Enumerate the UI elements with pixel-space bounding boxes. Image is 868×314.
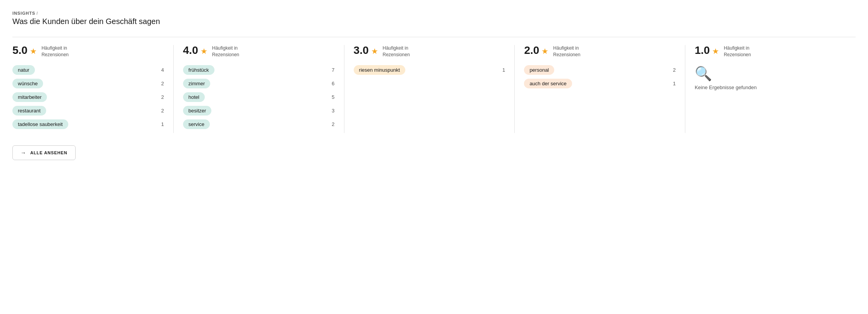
tag-row: frühstück7 (183, 65, 335, 75)
frequency-label: Häufigkeit inRezensionen (724, 45, 751, 58)
rating-column-4.0: 4.0★Häufigkeit inRezensionenfrühstück7zi… (174, 45, 344, 133)
tag-label: mitarbeiter (12, 92, 47, 102)
rating-column-5.0: 5.0★Häufigkeit inRezensionennatur4wünsch… (12, 45, 174, 133)
tag-count: 1 (673, 81, 676, 86)
rating-header: 1.0★Häufigkeit inRezensionen (695, 45, 846, 58)
tag-count: 2 (161, 108, 164, 114)
star-icon: ★ (201, 47, 207, 55)
tag-row: personal2 (524, 65, 676, 75)
rating-number: 4.0 (183, 45, 198, 56)
tag-count: 2 (161, 94, 164, 100)
rating-number: 1.0 (695, 45, 710, 56)
tag-label: wünsche (12, 79, 43, 88)
frequency-label: Häufigkeit inRezensionen (553, 45, 580, 58)
tag-label: zimmer (183, 79, 211, 88)
tag-row: zimmer6 (183, 79, 335, 88)
tag-label: auch der service (524, 79, 572, 88)
arrow-icon: → (21, 150, 26, 156)
tag-row: hotel5 (183, 92, 335, 102)
main-heading: Was die Kunden über dein Geschäft sagen (12, 17, 856, 26)
tag-row: natur4 (12, 65, 164, 75)
frequency-label: Häufigkeit inRezensionen (383, 45, 410, 58)
rating-column-2.0: 2.0★Häufigkeit inRezensionenpersonal2auc… (515, 45, 685, 133)
rating-number: 5.0 (12, 45, 28, 56)
tag-count: 2 (161, 81, 164, 86)
tag-row: service2 (183, 119, 335, 129)
rating-header: 5.0★Häufigkeit inRezensionen (12, 45, 164, 58)
tag-row: tadellose sauberkeit1 (12, 119, 164, 129)
tag-count: 4 (161, 67, 164, 73)
tag-row: wünsche2 (12, 79, 164, 88)
frequency-label: Häufigkeit inRezensionen (41, 45, 69, 58)
tag-count: 2 (673, 67, 676, 73)
star-icon: ★ (30, 47, 37, 55)
star-icon: ★ (541, 47, 548, 55)
tag-row: besitzer3 (183, 106, 335, 116)
tag-row: riesen minuspunkt1 (354, 65, 505, 75)
alle-ansehen-label: ALLE ANSEHEN (30, 150, 67, 155)
tag-label: besitzer (183, 106, 212, 116)
info-icon: i (36, 11, 38, 16)
insights-label: INSIGHTSi (12, 11, 856, 16)
tag-label: personal (524, 65, 554, 75)
tag-row: mitarbeiter2 (12, 92, 164, 102)
tag-label: restaurant (12, 106, 46, 116)
tag-label: riesen minuspunkt (354, 65, 406, 75)
rating-column-3.0: 3.0★Häufigkeit inRezensionenriesen minus… (344, 45, 515, 133)
tag-row: restaurant2 (12, 106, 164, 116)
rating-header: 4.0★Häufigkeit inRezensionen (183, 45, 335, 58)
no-results: 🔍Keine Ergebnisse gefunden (695, 65, 846, 90)
tag-label: hotel (183, 92, 205, 102)
no-results-text: Keine Ergebnisse gefunden (695, 85, 757, 90)
insights-section: INSIGHTSi Was die Kunden über dein Gesch… (12, 11, 856, 160)
star-icon: ★ (371, 47, 378, 55)
tag-count: 2 (332, 121, 334, 127)
rating-number: 3.0 (354, 45, 369, 56)
tag-label: tadellose sauberkeit (12, 119, 68, 129)
columns-container: 5.0★Häufigkeit inRezensionennatur4wünsch… (12, 37, 856, 133)
rating-header: 2.0★Häufigkeit inRezensionen (524, 45, 676, 58)
rating-column-1.0: 1.0★Häufigkeit inRezensionen🔍Keine Ergeb… (685, 45, 856, 133)
alle-ansehen-button[interactable]: → ALLE ANSEHEN (12, 145, 76, 160)
tag-count: 5 (332, 94, 334, 100)
tag-label: natur (12, 65, 35, 75)
tag-count: 6 (332, 81, 334, 86)
tag-row: auch der service1 (524, 79, 676, 88)
rating-number: 2.0 (524, 45, 539, 56)
tag-count: 1 (161, 121, 164, 127)
tag-count: 1 (502, 67, 505, 73)
search-icon: 🔍 (695, 67, 712, 81)
tag-count: 3 (332, 108, 334, 114)
star-icon: ★ (712, 47, 719, 55)
frequency-label: Häufigkeit inRezensionen (212, 45, 239, 58)
tag-label: service (183, 119, 210, 129)
rating-header: 3.0★Häufigkeit inRezensionen (354, 45, 505, 58)
tag-label: frühstück (183, 65, 214, 75)
tag-count: 7 (332, 67, 334, 73)
